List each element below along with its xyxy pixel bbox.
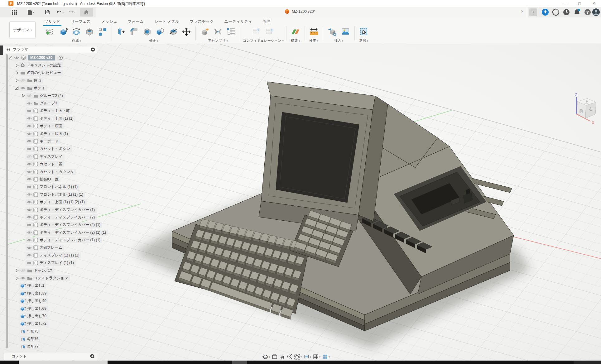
browser-row-label[interactable]: コンストラクション: [34, 275, 68, 281]
browser-row-14[interactable]: カセット・蓋: [4, 160, 98, 168]
dropdown-caret[interactable]: ▾: [300, 356, 302, 358]
browser-row-35[interactable]: 押し出し72: [4, 320, 98, 328]
visibility-on-icon[interactable]: [14, 56, 19, 60]
history-clock-icon[interactable]: [562, 8, 570, 16]
visibility-on-icon[interactable]: [26, 117, 32, 120]
visibility-on-icon[interactable]: [26, 177, 32, 181]
browser-row-label[interactable]: ボディ・ディスプレイカバー (2) (1) (1): [40, 230, 106, 235]
ribbon-group-label[interactable]: 修正 ▾: [149, 38, 158, 43]
browser-row-label[interactable]: 押し出し49: [27, 298, 46, 304]
browser-row-label[interactable]: キーボード: [40, 139, 59, 144]
collapsed-arrow-icon[interactable]: [14, 79, 19, 82]
file-menu-icon[interactable]: [26, 8, 34, 16]
visibility-on-icon[interactable]: [20, 276, 26, 280]
extrude-icon[interactable]: [57, 26, 70, 38]
data-panel-toggle[interactable]: [0, 46, 3, 55]
viewports-icon[interactable]: ▾: [322, 354, 330, 360]
notifications-bell-icon[interactable]: [573, 8, 581, 16]
combine-icon[interactable]: [154, 26, 167, 38]
browser-row-37[interactable]: 勾配76: [4, 335, 98, 342]
browser-row-label[interactable]: ボディ・ディスプレイカバー (2): [40, 215, 95, 220]
ribbon-tab-0[interactable]: ソリッド: [44, 18, 61, 26]
browser-row-7[interactable]: ボディ・上面・前: [4, 107, 98, 115]
configuration-table-icon[interactable]: [250, 26, 263, 38]
browser-row-29[interactable]: コンストラクション: [4, 274, 98, 282]
browser-row-label[interactable]: 押し出し39: [27, 291, 46, 296]
browser-row-36[interactable]: 勾配75: [4, 328, 98, 335]
browser-row-15[interactable]: カセット・カウンタ: [4, 168, 98, 175]
visibility-on-icon[interactable]: [26, 223, 32, 227]
timeline-bar[interactable]: [0, 361, 601, 364]
ribbon-group-label[interactable]: 構築 ▾: [291, 38, 300, 43]
browser-row-label[interactable]: 押し出し72: [27, 321, 46, 326]
construction-plane-icon[interactable]: [289, 26, 302, 38]
browser-row-label[interactable]: ボディ・上面・前: [40, 108, 70, 113]
visibility-on-icon[interactable]: [26, 253, 32, 257]
browser-scrollbar[interactable]: [6, 54, 8, 348]
browser-row-25[interactable]: 内部フレーム: [4, 244, 98, 251]
browser-row-label[interactable]: カセット・蓋: [40, 161, 62, 167]
activate-component-radio[interactable]: [57, 55, 64, 61]
ribbon-tab-3[interactable]: フォーム: [127, 18, 144, 26]
look-at-icon[interactable]: [272, 354, 277, 360]
ribbon-tab-4[interactable]: シート メタル: [154, 18, 180, 26]
collapsed-arrow-icon[interactable]: [14, 71, 19, 75]
browser-row-label[interactable]: 原点: [34, 78, 41, 83]
ribbon-group-label[interactable]: 選択 ▾: [359, 38, 368, 43]
browser-row-32[interactable]: 押し出し49: [4, 297, 98, 305]
browser-row-0[interactable]: MZ-1200 v20: [4, 54, 98, 61]
browser-row-28[interactable]: キャンバス: [4, 267, 98, 274]
pattern-icon[interactable]: [96, 26, 109, 38]
browser-row-22[interactable]: ボディ・ディスプレイカバー (2) (1): [4, 221, 98, 229]
zoom-icon[interactable]: [287, 354, 292, 360]
browser-row-34[interactable]: 押し出し70: [4, 312, 98, 320]
ribbon-tab-2[interactable]: メッシュ: [101, 18, 118, 26]
grid-settings-icon[interactable]: ▾: [313, 354, 320, 360]
browser-row-label[interactable]: 押し出し69: [27, 306, 46, 311]
browser-row-label[interactable]: ボディ: [34, 85, 45, 91]
browser-row-4[interactable]: ボディ: [4, 84, 98, 92]
viewcube-top-face[interactable]: 上: [584, 100, 588, 104]
viewcube-right-face[interactable]: 右: [589, 107, 593, 111]
insert-canvas-icon[interactable]: [339, 26, 352, 38]
ribbon-tab-6[interactable]: ユーティリティ: [224, 18, 253, 26]
avatar[interactable]: [592, 8, 600, 16]
visibility-on-icon[interactable]: [26, 185, 32, 189]
browser-row-label[interactable]: ボディ・上面 (1) (1) (2) (1): [40, 199, 85, 205]
visibility-on-icon[interactable]: [26, 246, 32, 250]
browser-row-label[interactable]: 勾配76: [27, 336, 38, 342]
fit-icon[interactable]: ▾: [294, 354, 302, 360]
document-tab-close-icon[interactable]: ✕: [520, 9, 525, 14]
visibility-on-icon[interactable]: [26, 132, 32, 136]
browser-row-label[interactable]: カセット・ボタン: [40, 146, 70, 151]
browser-row-1[interactable]: ドキュメントの設定: [4, 61, 98, 69]
comments-bar[interactable]: コメント: [4, 352, 98, 360]
redo-icon[interactable]: [67, 8, 75, 16]
ribbon-tab-5[interactable]: プラスチック: [189, 18, 214, 26]
press-pull-icon[interactable]: [114, 26, 127, 38]
visibility-on-icon[interactable]: [26, 215, 32, 219]
visibility-off-icon[interactable]: [26, 155, 32, 158]
browser-row-33[interactable]: 押し出し69: [4, 305, 98, 312]
browser-row-label[interactable]: MZ-1200 v20: [28, 55, 55, 60]
fillet-icon[interactable]: [127, 26, 141, 38]
browser-row-label[interactable]: 押し出し1: [27, 283, 44, 288]
app-grid-icon[interactable]: [11, 8, 18, 16]
workspace-selector[interactable]: デザイン ▾: [9, 22, 36, 38]
browser-row-21[interactable]: ボディ・ディスプレイカバー (2): [4, 213, 98, 221]
visibility-on-icon[interactable]: [26, 238, 32, 242]
expanded-arrow-icon[interactable]: [14, 86, 19, 90]
visibility-on-icon[interactable]: [20, 86, 26, 90]
browser-row-label[interactable]: ディスプレイ: [40, 154, 63, 159]
display-settings-icon[interactable]: ▾: [304, 354, 311, 360]
collapse-panel-icon[interactable]: [7, 48, 10, 51]
split-body-icon[interactable]: [167, 26, 180, 38]
select-icon[interactable]: [357, 26, 370, 38]
ribbon-group-label[interactable]: 挿入 ▾: [334, 38, 343, 43]
expanded-arrow-icon[interactable]: [8, 56, 13, 60]
measure-icon[interactable]: [307, 26, 320, 38]
component-table-icon[interactable]: [224, 26, 238, 38]
browser-row-17[interactable]: フロントパネル (1) (1): [4, 183, 98, 191]
visibility-on-icon[interactable]: [26, 109, 32, 113]
ribbon-tab-1[interactable]: サーフェス: [70, 18, 91, 26]
